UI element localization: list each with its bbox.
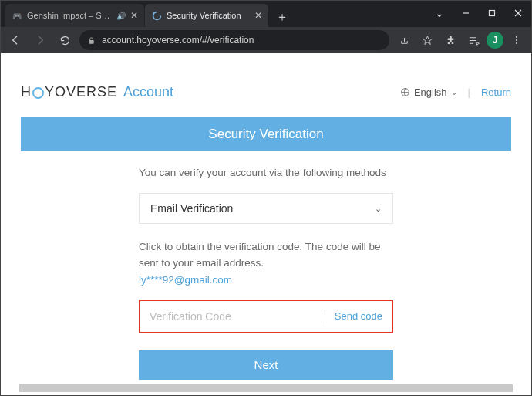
- header-right: English ⌄ | Return: [400, 86, 511, 98]
- svg-point-0: [153, 12, 160, 19]
- tab-label: Genshin Impact – Step Into a: [27, 11, 112, 20]
- menu-icon[interactable]: [507, 30, 527, 50]
- language-selector[interactable]: English ⌄: [400, 86, 457, 98]
- browser-window: 🎮 Genshin Impact – Step Into a 🔊 ✕ Secur…: [0, 0, 532, 396]
- window-controls: ⌄: [426, 2, 531, 27]
- address-bar[interactable]: [79, 30, 389, 50]
- panel-title: Security Verification: [21, 117, 511, 151]
- brand-account: Account: [123, 84, 173, 100]
- bookmark-icon[interactable]: [417, 30, 437, 50]
- panel-body: You can verify your account via the foll…: [139, 151, 393, 380]
- favicon-loading: [151, 10, 162, 21]
- svg-rect-2: [490, 11, 495, 16]
- toolbar: J: [1, 27, 531, 53]
- chevron-down-icon: ⌄: [451, 88, 457, 96]
- code-input-row: Send code: [139, 300, 393, 333]
- tab-verification[interactable]: Security Verification ✕: [145, 4, 268, 27]
- lock-icon: [87, 36, 96, 45]
- svg-point-6: [516, 36, 517, 38]
- brand-text: YOVERSE: [45, 84, 117, 100]
- audio-icon[interactable]: 🔊: [116, 12, 126, 20]
- maximize-button[interactable]: [479, 2, 505, 24]
- close-icon[interactable]: ✕: [130, 10, 138, 21]
- tab-strip: 🎮 Genshin Impact – Step Into a 🔊 ✕ Secur…: [1, 1, 292, 27]
- page-header: HYOVERSE Account English ⌄ | Return: [21, 84, 511, 100]
- brand-o-icon: [32, 87, 44, 99]
- brand-text: H: [21, 84, 32, 100]
- code-hint: Click to obtain the verification code. T…: [139, 239, 393, 271]
- tab-label: Security Verification: [167, 11, 250, 20]
- next-button[interactable]: Next: [139, 350, 393, 380]
- reload-button[interactable]: [55, 30, 75, 50]
- close-window-button[interactable]: [505, 2, 531, 24]
- forward-button[interactable]: [30, 30, 50, 50]
- tab-overflow-icon[interactable]: ⌄: [426, 2, 453, 24]
- return-link[interactable]: Return: [481, 86, 511, 98]
- extensions-icon[interactable]: [440, 30, 460, 50]
- tab-genshin[interactable]: 🎮 Genshin Impact – Step Into a 🔊 ✕: [5, 4, 144, 27]
- svg-point-8: [516, 42, 517, 44]
- send-code-button[interactable]: Send code: [335, 310, 382, 322]
- panel-title-text: Security Verification: [208, 127, 323, 142]
- toolbar-right: J: [394, 30, 527, 50]
- close-icon[interactable]: ✕: [254, 10, 262, 21]
- url-input[interactable]: [102, 35, 382, 46]
- method-selected: Email Verification: [150, 202, 233, 215]
- svg-point-7: [516, 39, 517, 41]
- favicon-genshin: 🎮: [12, 10, 22, 21]
- separator: [325, 310, 325, 323]
- masked-email: ly****92@gmail.com: [139, 274, 393, 286]
- verify-description: You can verify your account via the foll…: [139, 165, 393, 181]
- svg-rect-5: [89, 40, 93, 44]
- titlebar: 🎮 Genshin Impact – Step Into a 🔊 ✕ Secur…: [1, 1, 531, 27]
- playlist-icon[interactable]: [463, 30, 483, 50]
- separator: |: [468, 86, 470, 98]
- back-button[interactable]: [5, 30, 25, 50]
- horizontal-scrollbar[interactable]: [19, 384, 513, 392]
- globe-icon: [400, 87, 410, 97]
- chevron-down-icon: ⌄: [375, 204, 382, 214]
- share-icon[interactable]: [394, 30, 414, 50]
- method-select[interactable]: Email Verification ⌄: [139, 193, 393, 224]
- verification-code-input[interactable]: [150, 310, 315, 323]
- page-content: HYOVERSE Account English ⌄ | Return: [1, 53, 531, 395]
- brand: HYOVERSE Account: [21, 84, 173, 100]
- minimize-button[interactable]: [453, 2, 479, 24]
- language-label: English: [414, 86, 447, 98]
- brand-logo: HYOVERSE: [21, 84, 117, 100]
- profile-avatar[interactable]: J: [487, 32, 503, 49]
- new-tab-button[interactable]: ＋: [272, 7, 292, 27]
